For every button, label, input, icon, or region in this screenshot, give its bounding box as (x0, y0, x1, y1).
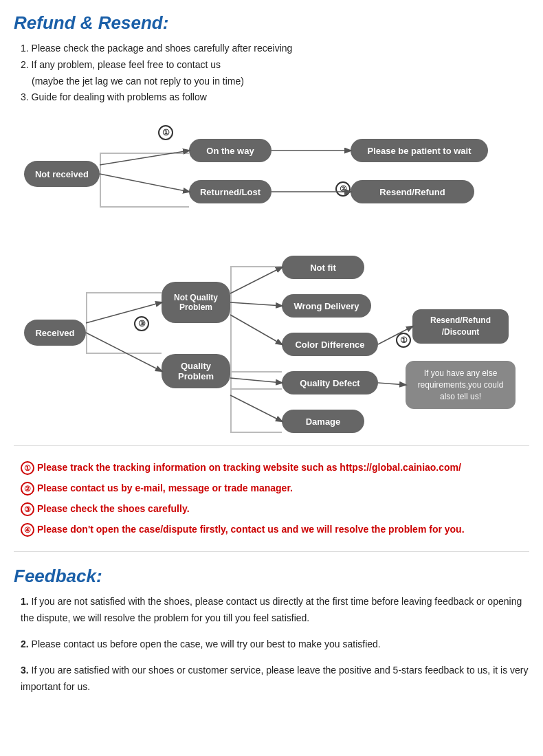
top-flowchart: ① Not received On the way Returned/Lost … (14, 118, 529, 228)
note-text-1: Please track the tracking information on… (37, 460, 529, 476)
node-on-the-way: On the way (189, 139, 272, 162)
node-not-fit: Not fit (282, 256, 364, 279)
node-resend-refund-top: Resend/Refund (351, 180, 474, 203)
connector-box-top (100, 153, 189, 208)
circle-1-top: ① (158, 125, 173, 140)
note-text-2: Please contact us by e-mail, message or … (37, 480, 529, 497)
top-flow: ① Not received On the way Returned/Lost … (14, 118, 529, 228)
note-item-1: ① Please track the tracking information … (21, 460, 529, 476)
feedback-list: 1. If you are not satisfied with the sho… (21, 594, 529, 695)
node-returned-lost: Returned/Lost (189, 180, 272, 203)
note-text-4: Please don't open the case/dispute first… (37, 522, 529, 538)
intro-list: 1. Please check the package and shoes ca… (21, 41, 529, 106)
connector-box-quality (230, 371, 282, 433)
feedback-num-3: 3. (21, 665, 29, 676)
note-circle-1: ① (21, 461, 34, 475)
node-color-difference: Color Difference (282, 333, 378, 356)
intro-item-3: 3. Guide for dealing with problems as fo… (21, 89, 529, 106)
node-resend-discount: Resend/Refund /Discount (412, 309, 509, 344)
feedback-item-3: 3. If you are satisfied with our shoes o… (21, 663, 529, 696)
intro-item-1: 1. Please check the package and shoes ca… (21, 41, 529, 57)
circle-1-color: ① (396, 333, 411, 348)
connector-box-left (86, 292, 162, 354)
feedback-num-2: 2. (21, 638, 29, 649)
note-item-4: ④ Please don't open the case/dispute fir… (21, 522, 529, 538)
feedback-section: Feedback: 1. If you are not satisfied wi… (14, 566, 529, 695)
node-damage: Damage (282, 410, 364, 433)
svg-line-12 (378, 383, 406, 385)
feedback-item-2: 2. Please contact us before open the cas… (21, 636, 529, 653)
node-received: Received (24, 320, 86, 346)
circle-2-top: ② (335, 181, 351, 197)
note-circle-3: ③ (21, 502, 34, 516)
intro-item-2: 2. If any problem, please feel free to c… (21, 57, 529, 74)
intro-item-2b: (maybe the jet lag we can not reply to y… (32, 74, 529, 90)
feedback-title: Feedback: (14, 566, 529, 587)
bottom-flow: ③ Received Not Quality Problem Quality P… (14, 241, 529, 433)
node-patient: Please be patient to wait (351, 139, 488, 162)
node-not-quality-problem: Not Quality Problem (162, 282, 230, 323)
note-item-3: ③ Please check the shoes carefully. (21, 501, 529, 518)
node-quality-problem: Quality Problem (162, 354, 230, 388)
note-circle-2: ② (21, 482, 34, 496)
notes-section: ① Please track the tracking information … (21, 460, 529, 537)
node-wrong-delivery: Wrong Delivery (282, 294, 371, 318)
bottom-flowchart: ③ Received Not Quality Problem Quality P… (14, 241, 529, 433)
note-text-3: Please check the shoes carefully. (37, 501, 529, 518)
divider-feedback (14, 551, 529, 552)
feedback-item-1: 1. If you are not satisfied with the sho… (21, 594, 529, 627)
node-tell-us: If you have any else requirements,you co… (406, 361, 516, 409)
node-not-received: Not received (24, 161, 100, 187)
note-item-2: ② Please contact us by e-mail, message o… (21, 480, 529, 497)
divider-notes (14, 445, 529, 446)
note-circle-4: ④ (21, 523, 34, 537)
node-quality-defect: Quality Defect (282, 371, 378, 394)
refund-title: Refund & Resend: (14, 12, 529, 34)
feedback-num-1: 1. (21, 596, 29, 607)
